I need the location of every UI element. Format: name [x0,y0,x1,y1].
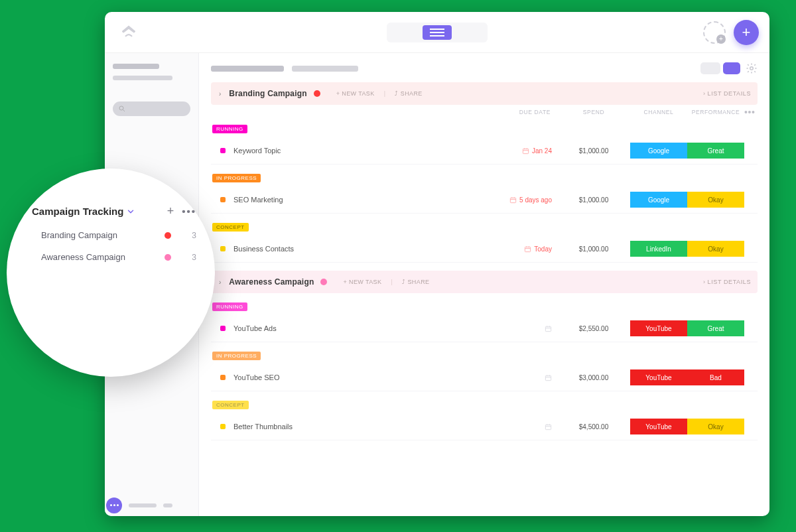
task-spend[interactable]: $3,000.00 [557,374,630,381]
calendar-icon [522,147,529,155]
popover-item-name: Awareness Campaign [32,252,165,262]
breadcrumb-skeleton [292,66,358,72]
task-row[interactable]: Keyword TopicJan 24$1,000.00GoogleGreat [211,137,758,165]
status-bullet[interactable] [220,326,226,331]
col-spend: SPEND [557,109,630,115]
col-performance: PERFORMANCE [687,109,744,115]
columns-more-button[interactable]: ••• [744,109,758,115]
task-row[interactable]: YouTube SEO$3,000.00YouTubeBad [211,364,758,391]
status-label[interactable]: IN PROGRESS [212,174,261,182]
svg-line-1 [123,110,125,112]
popover-item-name: Branding Campaign [32,230,165,240]
task-name: SEO Marketing [233,196,484,204]
sidebar-search[interactable] [113,101,190,116]
view-seg-1[interactable] [389,25,419,40]
chat-icon [106,498,122,513]
task-channel[interactable]: YouTube [630,320,687,336]
invite-user-button[interactable] [703,21,726,44]
svg-rect-7 [510,198,515,202]
chevron-right-icon: › [219,90,221,98]
list-title: Awareness Campaign [229,277,314,287]
task-due[interactable]: 5 days ago [484,196,557,204]
status-label[interactable]: RUNNING [212,302,247,311]
task-channel[interactable]: LinkedIn [630,241,687,257]
task-channel[interactable]: YouTube [630,369,687,385]
task-row[interactable]: Business ContactsToday$1,000.00LinkedInO… [211,235,758,263]
svg-rect-15 [545,326,551,331]
task-spend[interactable]: $1,000.00 [557,245,630,253]
status-bullet[interactable] [220,148,226,153]
share-button[interactable]: ⤴ SHARE [402,279,429,285]
task-due[interactable] [484,374,557,381]
task-performance[interactable]: Bad [687,369,744,385]
create-button[interactable]: + [734,20,759,45]
task-performance[interactable]: Great [687,143,744,159]
view-pills [700,62,758,74]
view-seg-list[interactable] [423,25,452,40]
task-name: YouTube Ads [233,324,484,332]
status-bullet[interactable] [220,246,226,251]
popover-add-button[interactable]: + [167,204,174,218]
popover-item-dot [165,232,171,239]
task-due[interactable] [484,423,557,431]
gear-icon[interactable] [746,62,758,74]
task-name: YouTube SEO [233,373,484,381]
share-button[interactable]: ⤴ SHARE [395,90,422,97]
task-spend[interactable]: $1,000.00 [557,147,630,155]
task-performance[interactable]: Okay [687,241,744,257]
breadcrumb-skeleton [211,66,284,72]
status-bullet[interactable] [220,197,226,202]
new-task-button[interactable]: + NEW TASK [336,90,375,97]
list-details-button[interactable]: › LIST DETAILS [703,90,751,97]
status-label[interactable]: CONCEPT [212,223,249,232]
calendar-icon [545,325,552,332]
list-header[interactable]: ›Awareness Campaign+ NEW TASK|⤴ SHARE› L… [211,271,758,293]
status-label[interactable]: IN PROGRESS [212,352,261,360]
list-color-dot [320,279,327,285]
chevron-down-icon[interactable] [126,207,135,216]
task-spend[interactable]: $1,000.00 [557,196,630,204]
task-performance[interactable]: Great [687,320,744,336]
task-performance[interactable]: Okay [687,192,744,208]
topbar: + [105,12,769,53]
svg-point-0 [119,106,123,110]
task-channel[interactable]: YouTube [630,419,687,434]
popover-title[interactable]: Campaign Tracking [32,206,123,217]
task-name: Business Contacts [233,245,484,253]
view-pill-active[interactable] [723,62,740,74]
view-seg-3[interactable] [456,25,485,40]
status-label[interactable]: CONCEPT [212,401,249,409]
popover-item-count: 3 [180,253,196,262]
view-pill[interactable] [700,62,720,74]
task-performance[interactable]: Okay [687,419,744,434]
popover-list-item[interactable]: Branding Campaign3 [32,230,196,240]
popover-item-count: 3 [180,231,196,240]
svg-rect-19 [545,375,551,380]
task-due[interactable]: Jan 24 [484,147,557,155]
task-due[interactable] [484,325,557,332]
main-content: ›Branding Campaign+ NEW TASK|⤴ SHARE› LI… [199,53,769,516]
task-row[interactable]: SEO Marketing5 days ago$1,000.00GoogleOk… [211,186,758,214]
svg-rect-11 [525,247,531,251]
task-spend[interactable]: $4,500.00 [557,423,630,431]
popover-item-dot [165,254,171,261]
status-label[interactable]: RUNNING [212,125,247,133]
status-bullet[interactable] [220,424,226,429]
task-due[interactable]: Today [484,245,557,253]
task-row[interactable]: Better Thumbnails$4,500.00YouTubeOkay [211,413,758,440]
task-name: Keyword Topic [233,147,484,155]
calendar-icon [545,374,552,381]
list-header[interactable]: ›Branding Campaign+ NEW TASK|⤴ SHARE› LI… [211,82,758,105]
task-channel[interactable]: Google [630,143,687,159]
status-bullet[interactable] [220,375,226,380]
new-task-button[interactable]: + NEW TASK [343,279,381,285]
list-details-button[interactable]: › LIST DETAILS [703,279,751,285]
sidebar-skeleton [113,76,172,80]
svg-rect-3 [523,149,528,153]
task-channel[interactable]: Google [630,192,687,208]
task-spend[interactable]: $2,550.00 [557,325,630,332]
task-row[interactable]: YouTube Ads$2,550.00YouTubeGreat [211,315,758,342]
popover-list-item[interactable]: Awareness Campaign3 [32,252,196,262]
popover-more-button[interactable]: ••• [182,206,196,217]
chat-button[interactable] [106,498,172,513]
